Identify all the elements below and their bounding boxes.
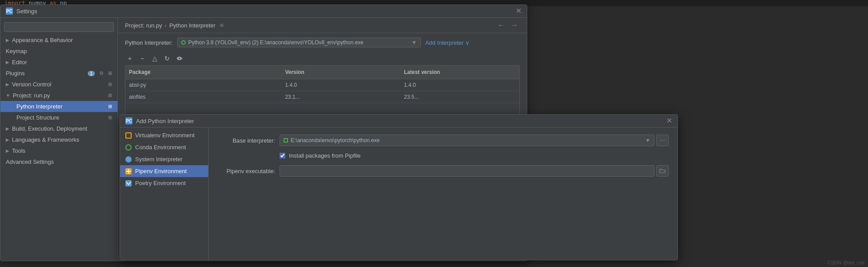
- base-interpreter-row: Base interpreter: E:\anaconda\envs\pytor…: [218, 135, 669, 146]
- interpreter-dropdown[interactable]: Python 3.8 (YOLOv8_env) (2) E:\anaconda\…: [177, 38, 421, 47]
- install-packages-checkbox[interactable]: [280, 153, 285, 159]
- refresh-button[interactable]: ↻: [162, 54, 172, 63]
- svg-rect-3: [128, 169, 129, 174]
- dialog-title-left: PC Add Python Interpreter: [125, 117, 194, 124]
- dialog-sidebar: Virtualenv Environment Conda Environment…: [120, 128, 209, 260]
- dialog-sidebar-item-system[interactable]: System Interpreter: [120, 153, 208, 165]
- dialog-sidebar-item-virtualenv[interactable]: Virtualenv Environment: [120, 129, 208, 141]
- dialog-sidebar-label: Virtualenv Environment: [135, 132, 195, 139]
- arrow-icon: ▼: [6, 93, 10, 98]
- dialog-sidebar-item-poetry[interactable]: Poetry Environment: [120, 177, 208, 189]
- dialog-sidebar-label: Poetry Environment: [135, 180, 186, 186]
- interpreter-value: Python 3.8 (YOLOv8_env) (2) E:\anaconda\…: [188, 39, 364, 46]
- close-button[interactable]: ✕: [515, 8, 522, 14]
- base-interpreter-browse-button[interactable]: ⋯: [656, 135, 669, 146]
- dialog-close-button[interactable]: ✕: [666, 118, 672, 124]
- dialog-title: Add Python Interpreter: [136, 118, 194, 124]
- pipenv-executable-wrapper: [280, 165, 669, 177]
- pipenv-icon: [125, 168, 132, 174]
- sidebar-item-label: Version Control: [12, 81, 51, 88]
- sidebar-item-tools[interactable]: ▶ Tools: [0, 145, 117, 156]
- base-interpreter-dropdown[interactable]: E:\anaconda\envs\pytorch\python.exe ▼: [280, 135, 654, 146]
- add-interpreter-button[interactable]: Add Interpreter ∨: [425, 39, 470, 46]
- sidebar-item-label: Project: run.py: [13, 92, 50, 99]
- plugins-icon2: ⊞: [108, 70, 112, 76]
- sidebar-item-label: Languages & Frameworks: [12, 136, 79, 143]
- settings-sidebar: ▶ Appearance & Behavior Keymap ▶ Editor …: [0, 18, 118, 261]
- back-button[interactable]: ←: [496, 21, 506, 29]
- sidebar-item-build[interactable]: ▶ Build, Execution, Deployment: [0, 123, 117, 134]
- breadcrumb-separator: ›: [165, 22, 167, 29]
- watermark-text: CSDN @dyt_czp: [828, 260, 864, 265]
- plugins-badge: 1: [88, 71, 95, 76]
- col-header-version: Version: [281, 67, 400, 77]
- sidebar-item-python-interpreter[interactable]: Python Interpreter ⊞: [0, 101, 117, 112]
- table-row[interactable]: aiofiles 23.1... 23.5...: [125, 91, 519, 103]
- arrow-icon: ▶: [6, 60, 9, 65]
- interpreter-row: Python Interpreter: Python 3.8 (YOLOv8_e…: [118, 33, 527, 52]
- folder-icon: [659, 168, 666, 174]
- dropdown-arrow-icon: ▼: [412, 39, 417, 46]
- pipenv-executable-browse-button[interactable]: [656, 165, 669, 177]
- sidebar-item-label: Project Structure: [16, 114, 59, 121]
- arrow-icon: ▶: [6, 82, 9, 87]
- forward-button[interactable]: →: [509, 21, 520, 29]
- package-name: aiofiles: [125, 93, 281, 101]
- sidebar-item-project-runpy[interactable]: ▼ Project: run.py ⊞: [0, 90, 117, 101]
- dialog-pycharm-icon: PC: [125, 117, 132, 124]
- sidebar-item-advanced-settings[interactable]: Advanced Settings: [0, 156, 117, 167]
- vc-icon: ⊞: [108, 81, 112, 87]
- sidebar-item-version-control[interactable]: ▶ Version Control ⊞: [0, 79, 117, 90]
- breadcrumb-project: Project: run.py: [125, 22, 162, 29]
- breadcrumb-current: Python Interpreter: [169, 22, 215, 29]
- pipenv-executable-row: Pipenv executable:: [218, 165, 669, 177]
- add-package-button[interactable]: +: [125, 54, 135, 63]
- table-row[interactable]: absl-py 1.4.0 1.4.0: [125, 79, 519, 91]
- sidebar-item-label: Editor: [12, 59, 27, 66]
- breadcrumb-actions: ← →: [496, 21, 520, 29]
- dialog-sidebar-label: System Interpreter: [135, 156, 183, 163]
- package-latest: 23.5...: [401, 93, 519, 101]
- dialog-body: Virtualenv Environment Conda Environment…: [120, 128, 677, 260]
- arrow-icon: ▶: [6, 148, 9, 153]
- search-input[interactable]: [4, 22, 114, 32]
- arrow-icon: ▶: [6, 137, 9, 142]
- sidebar-item-plugins[interactable]: Plugins 1 ⚙ ⊞: [0, 68, 117, 79]
- sidebar-item-label: Python Interpreter: [16, 103, 62, 110]
- sidebar-item-appearance[interactable]: ▶ Appearance & Behavior: [0, 35, 117, 46]
- install-packages-row: Install packages from Pipfile: [218, 152, 669, 159]
- interpreter-dropdown-text: Python 3.8 (YOLOv8_env) (2) E:\anaconda\…: [181, 39, 364, 46]
- dialog-sidebar-label: Conda Environment: [135, 144, 186, 151]
- pipenv-executable-input[interactable]: [280, 165, 654, 177]
- sidebar-item-keymap[interactable]: Keymap: [0, 46, 117, 57]
- ps-icon: ⊞: [108, 115, 112, 120]
- sidebar-item-editor[interactable]: ▶ Editor: [0, 57, 117, 68]
- table-header: Package Version Latest version: [125, 66, 519, 79]
- dialog-title-bar: PC Add Python Interpreter ✕: [120, 115, 677, 128]
- poetry-icon: [125, 180, 132, 186]
- base-interp-status-icon: [284, 138, 288, 143]
- virtualenv-icon: [125, 132, 132, 139]
- sidebar-item-project-structure[interactable]: Project Structure ⊞: [0, 112, 117, 123]
- eye-button[interactable]: [175, 54, 184, 63]
- move-up-button[interactable]: △: [150, 54, 160, 63]
- sidebar-item-label: Keymap: [6, 48, 27, 54]
- system-icon: [125, 156, 132, 163]
- eye-icon: [176, 55, 183, 62]
- svg-point-0: [179, 58, 181, 60]
- settings-title: Settings: [16, 8, 37, 15]
- settings-title-bar: PC Settings ✕: [0, 5, 527, 18]
- interpreter-status-icon: [181, 40, 186, 45]
- arrow-icon: ▶: [6, 126, 9, 131]
- add-interpreter-dialog: PC Add Python Interpreter ✕ Virtualenv E…: [120, 114, 678, 260]
- watermark: CSDN @dyt_czp: [828, 260, 864, 265]
- sidebar-item-languages[interactable]: ▶ Languages & Frameworks: [0, 134, 117, 145]
- base-interp-dropdown-arrow: ▼: [645, 137, 650, 143]
- dialog-sidebar-item-pipenv[interactable]: Pipenv Environment: [120, 165, 208, 177]
- arrow-icon: ▶: [6, 38, 9, 43]
- base-interpreter-label: Base interpreter:: [218, 137, 275, 144]
- conda-icon: [125, 144, 132, 151]
- dialog-sidebar-item-conda[interactable]: Conda Environment: [120, 141, 208, 153]
- package-name: absl-py: [125, 81, 281, 89]
- remove-package-button[interactable]: −: [137, 54, 147, 63]
